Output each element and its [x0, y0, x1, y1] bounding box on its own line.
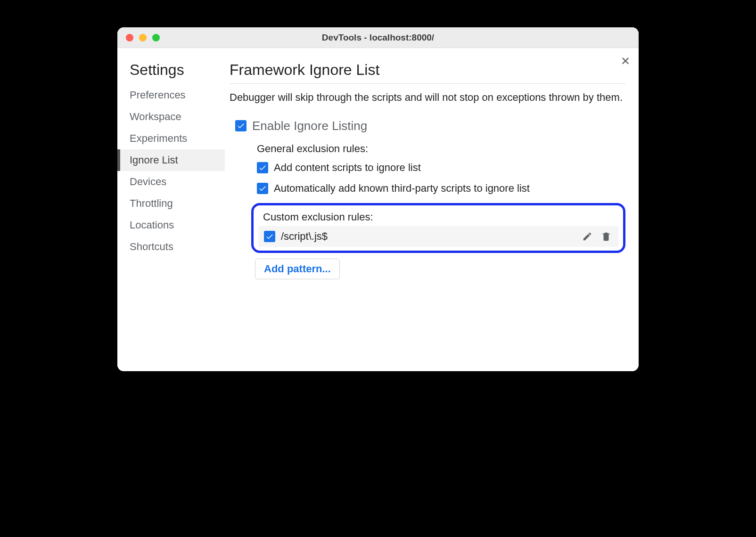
page-description: Debugger will skip through the scripts a… [230, 90, 625, 105]
traffic-lights [126, 34, 160, 41]
general-rule-checkbox-1[interactable] [257, 183, 268, 194]
general-rules-heading: General exclusion rules: [257, 143, 625, 155]
check-icon [258, 184, 267, 193]
custom-rules-heading: Custom exclusion rules: [263, 211, 618, 223]
sidebar-item-locations[interactable]: Locations [117, 214, 225, 236]
devtools-window: DevTools - localhost:8000/ ✕ Settings Pr… [117, 27, 639, 371]
maximize-window-button[interactable] [152, 34, 160, 41]
check-icon [258, 163, 267, 172]
general-rule-row-0: Add content scripts to ignore list [257, 162, 625, 174]
sidebar: Settings Preferences Workspace Experimen… [117, 48, 225, 371]
pencil-icon [582, 231, 592, 242]
window-title: DevTools - localhost:8000/ [322, 33, 434, 43]
edit-rule-button[interactable] [581, 230, 594, 243]
close-window-button[interactable] [126, 34, 133, 41]
sidebar-item-preferences[interactable]: Preferences [117, 84, 225, 106]
custom-rule-checkbox-0[interactable] [264, 231, 275, 242]
general-rule-row-1: Automatically add known third-party scri… [257, 182, 625, 195]
settings-body: ✕ Settings Preferences Workspace Experim… [117, 48, 639, 371]
custom-rule-row-0: /script\.js$ [258, 226, 618, 247]
sidebar-item-shortcuts[interactable]: Shortcuts [117, 236, 225, 258]
add-pattern-button[interactable]: Add pattern... [255, 259, 340, 279]
general-rules-section: General exclusion rules: Add content scr… [257, 143, 625, 195]
sidebar-item-devices[interactable]: Devices [117, 171, 225, 193]
enable-ignore-listing-row: Enable Ignore Listing [235, 119, 625, 133]
delete-rule-button[interactable] [600, 230, 613, 243]
sidebar-item-experiments[interactable]: Experiments [117, 128, 225, 149]
enable-ignore-listing-label: Enable Ignore Listing [252, 119, 367, 133]
sidebar-item-throttling[interactable]: Throttling [117, 193, 225, 214]
general-rule-label-1: Automatically add known third-party scri… [274, 182, 530, 195]
check-icon [265, 232, 274, 241]
close-icon[interactable]: ✕ [621, 56, 630, 67]
minimize-window-button[interactable] [139, 34, 147, 41]
page-title: Framework Ignore List [230, 61, 625, 84]
sidebar-item-ignore-list[interactable]: Ignore List [117, 149, 225, 171]
check-icon [237, 122, 245, 130]
general-rule-checkbox-0[interactable] [257, 162, 268, 173]
custom-rule-pattern-0: /script\.js$ [281, 230, 575, 243]
sidebar-item-workspace[interactable]: Workspace [117, 106, 225, 128]
custom-rules-highlight: Custom exclusion rules: /script\.js$ [251, 203, 625, 253]
general-rule-label-0: Add content scripts to ignore list [274, 162, 421, 174]
main-panel: Framework Ignore List Debugger will skip… [225, 48, 639, 371]
sidebar-title: Settings [117, 61, 225, 84]
titlebar: DevTools - localhost:8000/ [117, 27, 639, 48]
enable-ignore-listing-checkbox[interactable] [235, 120, 247, 131]
trash-icon [601, 231, 611, 242]
